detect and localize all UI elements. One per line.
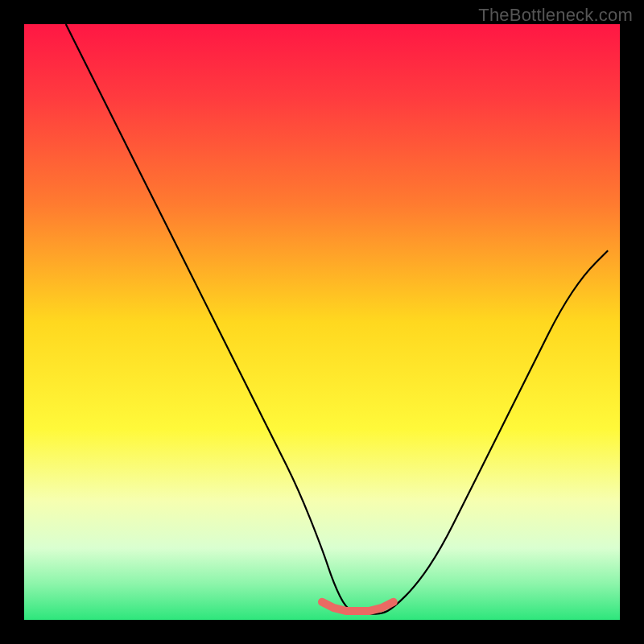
watermark-text: TheBottleneck.com bbox=[478, 5, 633, 26]
plot-area bbox=[24, 24, 620, 620]
bottleneck-chart-svg bbox=[24, 24, 620, 620]
gradient-background bbox=[24, 24, 620, 620]
chart-frame: TheBottleneck.com bbox=[0, 0, 644, 644]
